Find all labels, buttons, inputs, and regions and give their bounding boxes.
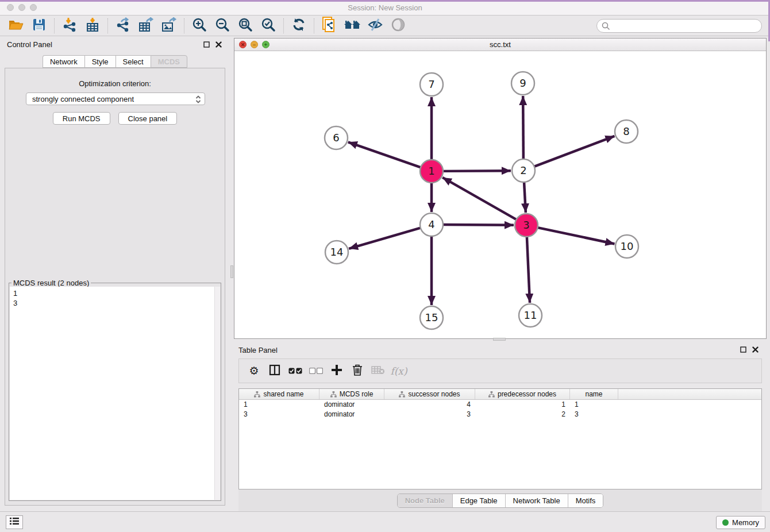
- delete-row-button[interactable]: [347, 361, 368, 381]
- export-network-button[interactable]: [113, 17, 133, 34]
- zoom-selected-icon: [261, 17, 276, 34]
- close-panel-button[interactable]: Close panel: [118, 112, 178, 125]
- table-body: 1dominator4113dominator323: [239, 400, 761, 419]
- zoom-out-button[interactable]: [213, 17, 232, 34]
- network-minimize-icon[interactable]: −: [251, 41, 258, 48]
- import-table-button[interactable]: [83, 17, 102, 34]
- show-all-button[interactable]: [388, 17, 408, 34]
- import-network-icon: [62, 17, 77, 34]
- float-panel-icon[interactable]: [740, 345, 746, 355]
- table-cell[interactable]: 3: [384, 410, 475, 419]
- close-panel-icon[interactable]: [752, 345, 759, 355]
- table-cell[interactable]: 2: [475, 410, 570, 419]
- plus-icon: [332, 365, 342, 377]
- column-header-name[interactable]: name: [570, 389, 618, 399]
- node-label-7: 7: [428, 78, 434, 90]
- tab-mcds[interactable]: MCDS: [151, 55, 187, 68]
- node-label-2: 2: [520, 164, 526, 176]
- table-cell[interactable]: 4: [384, 400, 475, 410]
- tab-style[interactable]: Style: [84, 55, 116, 68]
- tab-motifs[interactable]: Motifs: [568, 494, 603, 507]
- control-panel-title: Control Panel: [7, 40, 203, 49]
- float-panel-icon[interactable]: [203, 40, 210, 50]
- first-neighbors-button[interactable]: [342, 17, 362, 34]
- network-close-icon[interactable]: ✕: [239, 41, 247, 48]
- node-label-4: 4: [428, 218, 434, 230]
- tree-icon: [488, 391, 495, 398]
- edge-4-3[interactable]: [443, 225, 514, 225]
- node-label-3: 3: [523, 219, 529, 231]
- table-delete-icon: [371, 365, 385, 377]
- mcds-result-list[interactable]: 1 3: [10, 287, 220, 310]
- table-header-row: shared nameMCDS rolesuccessor nodesprede…: [239, 389, 761, 400]
- function-builder-button[interactable]: f(x): [388, 361, 409, 381]
- new-network-from-selection-button[interactable]: [319, 17, 339, 34]
- search-box: [596, 19, 762, 33]
- table-cell[interactable]: dominator: [319, 410, 384, 419]
- mcds-result-title: MCDS result (2 nodes): [11, 279, 91, 287]
- search-input[interactable]: [596, 19, 762, 33]
- export-image-button[interactable]: [159, 17, 179, 34]
- export-table-button[interactable]: [136, 17, 156, 34]
- delete-table-button[interactable]: [368, 361, 388, 381]
- edge-3-1[interactable]: [442, 178, 517, 219]
- open-session-button[interactable]: [6, 17, 26, 34]
- run-mcds-button[interactable]: Run MCDS: [53, 112, 110, 125]
- close-panel-icon[interactable]: [215, 40, 222, 50]
- column-header-successor-nodes[interactable]: successor nodes: [384, 389, 475, 399]
- deselect-all-rows-button[interactable]: [306, 361, 326, 381]
- edge-2-8[interactable]: [534, 136, 615, 167]
- fit-content-button[interactable]: [236, 17, 255, 34]
- save-disk-icon: [33, 18, 45, 33]
- column-visibility-button[interactable]: [264, 361, 285, 381]
- apply-preferred-layout-button[interactable]: [289, 17, 309, 34]
- column-header-predecessor-nodes[interactable]: predecessor nodes: [475, 389, 570, 399]
- table-cell[interactable]: dominator: [319, 400, 384, 410]
- panel-splitter-handle[interactable]: [493, 338, 506, 341]
- column-header-MCDS-role[interactable]: MCDS role: [319, 389, 384, 399]
- table-tab-bar: Node TableEdge TableNetwork TableMotifs: [238, 489, 762, 511]
- table-row[interactable]: 3dominator323: [239, 410, 761, 419]
- edge-2-9[interactable]: [523, 96, 523, 159]
- desktop-edge-top: [0, 0, 770, 2]
- add-row-button[interactable]: [326, 361, 347, 381]
- select-all-rows-button[interactable]: [285, 361, 306, 381]
- tab-select[interactable]: Select: [116, 55, 151, 68]
- checked-boxes-icon: [288, 366, 302, 376]
- memory-button[interactable]: Memory: [716, 516, 765, 529]
- table-cell[interactable]: 3: [570, 410, 618, 419]
- zoom-selected-button[interactable]: [259, 17, 278, 34]
- table-cell[interactable]: 1: [570, 400, 618, 410]
- list-icon: [10, 517, 19, 527]
- result-scrollbar[interactable]: [214, 287, 220, 500]
- network-canvas[interactable]: 1234678910111415: [234, 51, 766, 338]
- tab-network[interactable]: Network: [43, 55, 84, 68]
- tab-edge-table[interactable]: Edge Table: [453, 494, 506, 507]
- edge-2-3[interactable]: [524, 182, 526, 213]
- edge-1-2[interactable]: [443, 171, 511, 171]
- hide-selected-button[interactable]: [365, 17, 385, 34]
- table-cell[interactable]: 1: [475, 400, 570, 410]
- edge-1-6[interactable]: [348, 142, 421, 167]
- network-window-titlebar[interactable]: ✕ − + scc.txt: [234, 38, 766, 51]
- network-zoom-icon[interactable]: +: [262, 41, 270, 48]
- tab-network-table[interactable]: Network Table: [506, 494, 568, 507]
- panel-splitter-handle[interactable]: [230, 265, 233, 278]
- tab-node-table[interactable]: Node Table: [398, 494, 453, 507]
- edge-3-10[interactable]: [538, 228, 615, 244]
- network-window-title: scc.txt: [234, 40, 766, 49]
- zoom-in-button[interactable]: [190, 17, 209, 34]
- edge-4-14[interactable]: [349, 228, 421, 249]
- import-network-button[interactable]: [60, 17, 79, 34]
- table-cell[interactable]: 3: [239, 410, 319, 419]
- column-header-shared-name[interactable]: shared name: [239, 389, 319, 399]
- table-settings-button[interactable]: ⚙: [244, 361, 264, 381]
- table-cell[interactable]: 1: [239, 400, 319, 410]
- table-row[interactable]: 1dominator411: [239, 400, 761, 410]
- export-image-icon: [161, 17, 177, 34]
- toolbar-separator: [184, 18, 184, 33]
- edge-3-11[interactable]: [527, 237, 530, 303]
- save-session-button[interactable]: [29, 17, 49, 34]
- criterion-dropdown[interactable]: strongly connected component: [26, 92, 205, 105]
- show-panels-button[interactable]: [6, 515, 23, 529]
